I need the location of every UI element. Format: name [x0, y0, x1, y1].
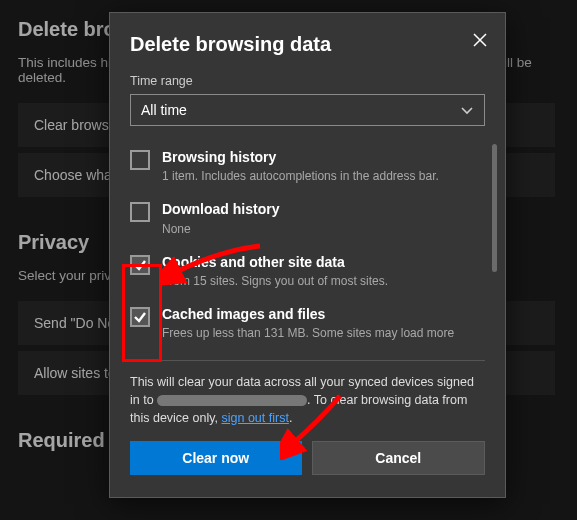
checkbox-download-history[interactable]: [130, 202, 150, 222]
scrollbar-thumb[interactable]: [492, 144, 497, 272]
check-icon: [133, 258, 147, 272]
item-title: Download history: [162, 200, 279, 218]
divider: [130, 360, 485, 361]
checkbox-cached[interactable]: [130, 307, 150, 327]
delete-browsing-data-dialog: Delete browsing data Time range All time…: [109, 12, 506, 498]
item-title: Browsing history: [162, 148, 439, 166]
item-download-history: Download history None: [130, 194, 485, 246]
time-range-value: All time: [141, 102, 187, 118]
dialog-buttons: Clear now Cancel: [130, 441, 485, 475]
check-icon: [133, 310, 147, 324]
clear-now-button[interactable]: Clear now: [130, 441, 302, 475]
item-sub: Frees up less than 131 MB. Some sites ma…: [162, 325, 454, 341]
dialog-title: Delete browsing data: [130, 33, 485, 56]
item-browsing-history: Browsing history 1 item. Includes autoco…: [130, 142, 485, 194]
time-range-label: Time range: [130, 74, 485, 88]
cancel-button[interactable]: Cancel: [312, 441, 486, 475]
item-title: Cookies and other site data: [162, 253, 388, 271]
checkbox-browsing-history[interactable]: [130, 150, 150, 170]
redacted-account: [157, 395, 307, 406]
data-type-list: Browsing history 1 item. Includes autoco…: [130, 142, 485, 352]
sync-note: This will clear your data across all you…: [130, 373, 485, 427]
item-cached: Cached images and files Frees up less th…: [130, 299, 485, 351]
checkbox-cookies[interactable]: [130, 255, 150, 275]
sign-out-link[interactable]: sign out first: [221, 411, 288, 425]
item-sub: From 15 sites. Signs you out of most sit…: [162, 273, 388, 289]
chevron-down-icon: [460, 103, 474, 117]
close-icon: [473, 33, 487, 47]
close-button[interactable]: [467, 27, 493, 53]
item-sub: 1 item. Includes autocompletions in the …: [162, 168, 439, 184]
item-cookies: Cookies and other site data From 15 site…: [130, 247, 485, 299]
item-title: Cached images and files: [162, 305, 454, 323]
time-range-select[interactable]: All time: [130, 94, 485, 126]
item-sub: None: [162, 221, 279, 237]
